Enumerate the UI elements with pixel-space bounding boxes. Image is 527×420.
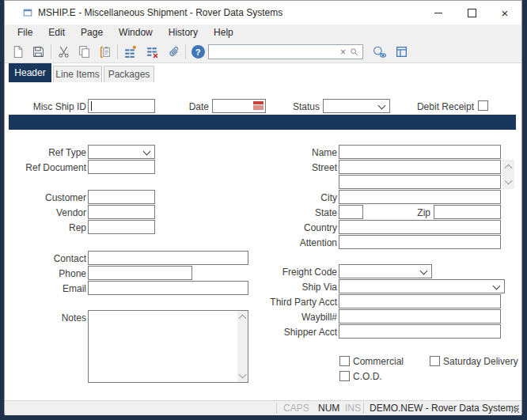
contact-input[interactable] [88, 251, 248, 265]
customer-input[interactable] [88, 190, 155, 204]
city-input[interactable] [339, 190, 501, 204]
shipper-acct-input[interactable] [339, 324, 501, 339]
minimize-icon [434, 13, 442, 13]
delete-row-button[interactable] [142, 43, 161, 61]
text-caret [91, 101, 92, 111]
customer-label: Customer [9, 191, 86, 205]
tab-line-items[interactable]: Line Items [53, 66, 102, 82]
close-icon: × [502, 7, 509, 19]
notes-label: Notes [9, 311, 86, 325]
chevron-down-icon [378, 102, 386, 110]
caps-indicator: CAPS [283, 403, 309, 414]
search-preview-icon [372, 45, 387, 59]
state-input[interactable] [339, 205, 363, 219]
attention-input[interactable] [339, 235, 501, 249]
window-layout-button[interactable] [392, 43, 411, 61]
cut-button[interactable] [54, 43, 73, 61]
help-button[interactable]: ? [188, 43, 207, 61]
street-scrollbar[interactable] [502, 160, 514, 189]
email-label: Email [9, 282, 86, 296]
search-input[interactable] [212, 46, 337, 59]
status-label: Status [274, 100, 320, 114]
insert-row-button[interactable] [120, 43, 139, 61]
saturday-delivery-checkbox[interactable] [430, 356, 440, 366]
resize-grip[interactable] [510, 404, 520, 414]
insert-row-icon [123, 45, 137, 59]
date-label: Date [163, 100, 209, 114]
delete-row-icon [146, 45, 159, 59]
phone-input[interactable] [88, 266, 192, 280]
session-status: DEMO.NEW - Rover Data Systems [370, 403, 518, 414]
menu-window[interactable]: Window [111, 25, 161, 41]
rep-label: Rep [9, 221, 86, 235]
commercial-label: Commercial [353, 356, 404, 367]
toolbar: ? × [5, 41, 521, 63]
tab-packages[interactable]: Packages [104, 66, 154, 82]
menu-page[interactable]: Page [73, 25, 111, 41]
phone-label: Phone [9, 267, 86, 281]
vendor-input[interactable] [88, 205, 155, 219]
title-bar[interactable]: MSHIP.E - Miscellaneous Shipment - Rover… [5, 1, 521, 25]
misc-ship-id-input[interactable] [88, 99, 155, 113]
rep-input[interactable] [88, 220, 155, 234]
tab-header[interactable]: Header [9, 63, 51, 82]
status-bar: CAPS NUM INS DEMO.NEW - Rover Data Syste… [5, 400, 521, 415]
scroll-down-icon[interactable] [505, 177, 513, 185]
help-icon: ? [191, 45, 205, 59]
minimize-button[interactable] [422, 1, 455, 25]
street-label: Street [256, 161, 337, 175]
scroll-up-icon[interactable] [505, 165, 513, 172]
paperclip-icon [168, 45, 181, 59]
save-button[interactable] [28, 43, 47, 61]
street-line2-input[interactable] [339, 175, 501, 189]
search-icon[interactable] [349, 47, 359, 57]
third-party-acct-input[interactable] [339, 294, 501, 308]
menu-history[interactable]: History [161, 25, 206, 41]
email-input[interactable] [88, 281, 248, 295]
commercial-checkbox[interactable] [339, 356, 350, 366]
cod-checkbox[interactable] [339, 371, 350, 381]
save-icon [32, 45, 45, 59]
record-lookup-button[interactable] [370, 43, 389, 61]
ship-via-select[interactable] [339, 279, 505, 293]
menu-help[interactable]: Help [206, 25, 241, 41]
attachment-button[interactable] [165, 43, 184, 61]
zip-label: Zip [385, 206, 430, 220]
freight-code-select[interactable] [339, 264, 432, 278]
copy-button[interactable] [74, 43, 93, 61]
menu-bar: File Edit Page Window History Help [5, 25, 521, 41]
toolbar-search: × [208, 44, 363, 59]
notes-textarea[interactable] [88, 310, 248, 383]
ship-via-label: Ship Via [256, 280, 337, 294]
street-line1-input[interactable] [339, 160, 501, 174]
freight-code-label: Freight Code [256, 265, 337, 279]
toolbar-separator [117, 44, 118, 59]
shipper-acct-label: Shipper Acct [256, 325, 337, 339]
country-input[interactable] [339, 220, 501, 234]
waybill-label: Waybill# [256, 310, 337, 324]
close-button[interactable]: × [488, 1, 521, 25]
maximize-icon [468, 9, 476, 17]
window-controls: × [422, 1, 521, 25]
paste-button[interactable] [95, 43, 114, 61]
zip-input[interactable] [434, 205, 501, 219]
menu-file[interactable]: File [9, 25, 40, 41]
state-label: State [256, 206, 337, 220]
ref-document-label: Ref Document [9, 161, 86, 175]
scroll-down-icon[interactable] [239, 371, 247, 379]
ref-type-select[interactable] [88, 145, 155, 159]
debit-receipt-checkbox[interactable] [478, 100, 488, 111]
ref-document-input[interactable] [88, 160, 155, 174]
waybill-input[interactable] [339, 309, 501, 324]
app-icon [22, 7, 33, 18]
name-input[interactable] [339, 145, 501, 159]
maximize-button[interactable] [455, 1, 488, 25]
status-select[interactable] [323, 99, 390, 113]
notes-scrollbar[interactable] [237, 311, 248, 382]
new-document-button[interactable] [8, 43, 27, 61]
scroll-up-icon[interactable] [239, 315, 247, 323]
calendar-icon[interactable] [253, 101, 264, 110]
search-clear-icon[interactable]: × [337, 47, 349, 57]
chevron-down-icon [143, 148, 151, 156]
menu-edit[interactable]: Edit [40, 25, 73, 41]
